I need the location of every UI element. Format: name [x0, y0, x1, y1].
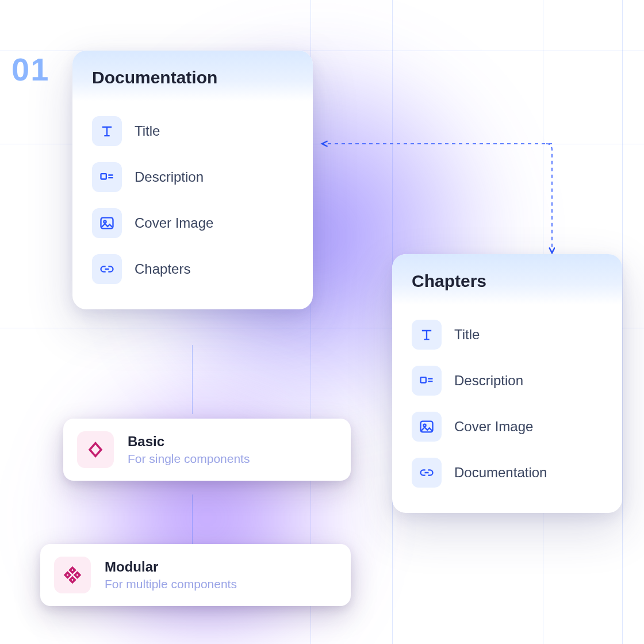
svg-rect-0 [101, 174, 106, 179]
modular-icon [54, 557, 91, 593]
field-chapters[interactable]: Chapters [90, 246, 296, 292]
description-icon [92, 162, 122, 192]
field-label: Title [454, 327, 480, 343]
link-icon [92, 254, 122, 284]
field-description[interactable]: Description [90, 154, 296, 200]
field-cover-image[interactable]: Cover Image [90, 200, 296, 246]
field-label: Cover Image [135, 215, 213, 231]
field-label: Chapters [135, 261, 190, 277]
svg-point-2 [103, 221, 106, 223]
image-icon [412, 412, 442, 442]
field-label: Documentation [454, 465, 547, 481]
field-cover-image[interactable]: Cover Image [409, 404, 605, 450]
card-title: Chapters [392, 254, 622, 305]
link-icon [412, 458, 442, 488]
field-title[interactable]: Title [409, 312, 605, 358]
field-title[interactable]: Title [90, 108, 296, 154]
card-title: Documentation [72, 51, 313, 101]
option-subtitle: For multiple components [105, 577, 237, 591]
description-icon [412, 366, 442, 396]
chapters-card: Chapters Title Description Cover Image [392, 254, 622, 513]
option-subtitle: For single components [128, 452, 250, 466]
connector-line [192, 494, 193, 546]
field-label: Description [454, 373, 523, 389]
field-label: Cover Image [454, 419, 533, 435]
type-icon [92, 116, 122, 146]
option-modular[interactable]: Modular For multiple components [40, 544, 351, 606]
field-label: Description [135, 169, 204, 185]
option-title: Basic [128, 434, 250, 450]
option-title: Modular [105, 559, 237, 575]
guide-line [622, 0, 623, 644]
documentation-card: Documentation Title Description Cover Im… [72, 51, 313, 309]
type-icon [412, 320, 442, 350]
step-number: 01 [12, 51, 49, 88]
svg-point-5 [423, 424, 425, 427]
diamond-icon [77, 431, 114, 468]
field-description[interactable]: Description [409, 358, 605, 404]
svg-rect-3 [421, 377, 426, 382]
field-documentation[interactable]: Documentation [409, 450, 605, 496]
connector-line [192, 345, 193, 414]
field-label: Title [135, 123, 160, 139]
image-icon [92, 208, 122, 238]
option-basic[interactable]: Basic For single components [63, 419, 351, 481]
connector-arrow [310, 138, 558, 264]
